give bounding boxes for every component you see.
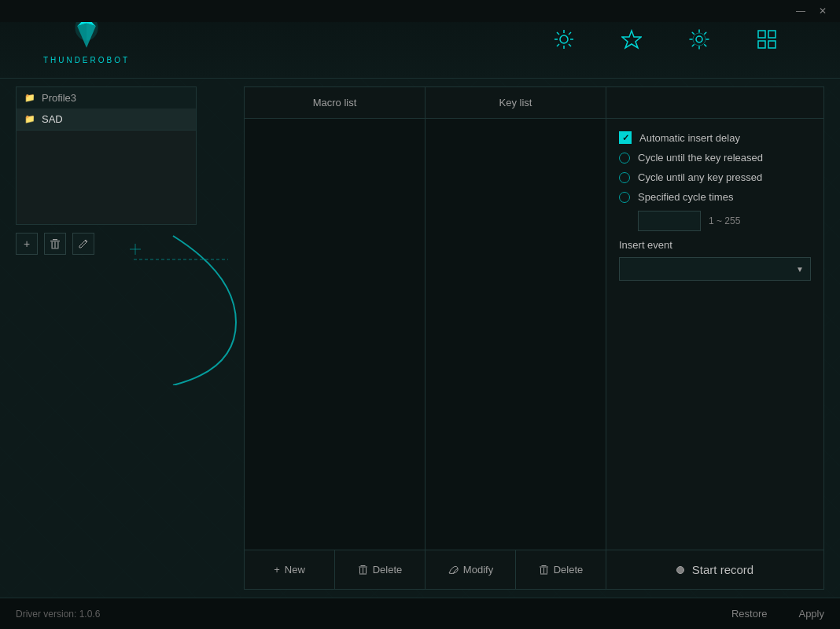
sidebar: 📁 Profile3 📁 SAD + bbox=[16, 86, 204, 590]
cycle-key-released-label: Cycle until the key released bbox=[638, 152, 763, 164]
trash-key-icon bbox=[539, 565, 549, 575]
sad-label: SAD bbox=[42, 113, 63, 125]
specified-cycle-label: Specified cycle times bbox=[638, 191, 733, 203]
profile-item-sad[interactable]: 📁 SAD bbox=[17, 109, 196, 130]
svg-rect-34 bbox=[540, 568, 541, 574]
profile-item-profile3[interactable]: 📁 Profile3 bbox=[17, 87, 196, 109]
svg-rect-29 bbox=[363, 568, 363, 574]
new-label: New bbox=[285, 564, 305, 576]
start-record-button[interactable]: Start record bbox=[606, 550, 823, 589]
svg-rect-33 bbox=[541, 565, 546, 566]
lighting-nav-icon[interactable] bbox=[554, 29, 574, 50]
svg-rect-30 bbox=[366, 568, 367, 574]
modify-button[interactable]: Modify bbox=[426, 550, 516, 589]
svg-point-1 bbox=[560, 35, 568, 43]
svg-rect-15 bbox=[758, 41, 765, 48]
svg-rect-18 bbox=[53, 239, 57, 240]
svg-rect-20 bbox=[54, 242, 55, 248]
svg-rect-19 bbox=[52, 242, 53, 248]
settings-nav-icon[interactable] bbox=[689, 29, 709, 50]
cycle-key-released-radio[interactable] bbox=[619, 153, 630, 164]
svg-rect-36 bbox=[547, 568, 547, 574]
record-dot-icon bbox=[676, 566, 684, 574]
insert-event-dropdown[interactable]: ▼ bbox=[619, 257, 811, 281]
auto-delay-label: Automatic insert delay bbox=[639, 132, 740, 144]
new-icon: + bbox=[274, 564, 280, 576]
macro-list-column bbox=[245, 119, 426, 550]
svg-rect-26 bbox=[359, 567, 367, 568]
delete-profile-button[interactable] bbox=[44, 233, 66, 255]
specified-cycle-input[interactable] bbox=[638, 211, 701, 231]
grid-nav-icon[interactable] bbox=[757, 29, 777, 50]
auto-delay-row: Automatic insert delay bbox=[619, 131, 811, 144]
svg-rect-31 bbox=[359, 574, 367, 575]
svg-rect-16 bbox=[768, 41, 776, 48]
nav-icons bbox=[554, 29, 777, 50]
specified-input-row: 1 ~ 255 bbox=[638, 211, 811, 231]
deco-dashed-line bbox=[134, 256, 228, 263]
folder-icon-sad: 📁 bbox=[24, 114, 35, 124]
modify-icon bbox=[448, 565, 459, 576]
folder-icon: 📁 bbox=[24, 93, 35, 103]
svg-point-11 bbox=[696, 36, 702, 42]
profile-sub-area bbox=[16, 131, 197, 225]
trash-macro-icon bbox=[358, 565, 368, 575]
new-macro-button[interactable]: + New bbox=[245, 550, 335, 589]
edit-profile-button[interactable] bbox=[72, 233, 94, 255]
svg-rect-13 bbox=[758, 31, 765, 38]
specified-cycle-row: Specified cycle times bbox=[619, 191, 811, 203]
svg-rect-14 bbox=[768, 31, 776, 38]
svg-rect-28 bbox=[359, 568, 360, 574]
auto-delay-checkbox[interactable] bbox=[619, 131, 632, 144]
start-record-label: Start record bbox=[692, 563, 753, 576]
close-button[interactable]: ✕ bbox=[812, 0, 834, 22]
svg-point-12 bbox=[693, 33, 706, 46]
cycle-key-released-row: Cycle until the key released bbox=[619, 152, 811, 164]
minimize-button[interactable]: — bbox=[790, 0, 812, 22]
svg-marker-10 bbox=[622, 31, 641, 48]
sidebar-toolbar: + bbox=[16, 233, 204, 255]
logo-text: THUNDEROBOT bbox=[43, 56, 130, 64]
apply-button[interactable]: Apply bbox=[798, 608, 824, 620]
profile-list: 📁 Profile3 📁 SAD bbox=[16, 86, 197, 131]
svg-rect-27 bbox=[360, 565, 365, 566]
dropdown-arrow-icon: ▼ bbox=[796, 265, 804, 274]
specified-cycle-radio[interactable] bbox=[619, 192, 630, 203]
svg-line-7 bbox=[569, 44, 571, 46]
svg-rect-17 bbox=[50, 241, 60, 241]
restore-button[interactable]: Restore bbox=[731, 608, 768, 620]
target-nav-icon[interactable] bbox=[621, 29, 642, 50]
cycle-any-key-radio[interactable] bbox=[619, 172, 630, 183]
svg-rect-32 bbox=[540, 567, 548, 568]
specified-range-label: 1 ~ 255 bbox=[709, 215, 740, 226]
svg-rect-35 bbox=[543, 568, 544, 574]
svg-line-8 bbox=[569, 32, 571, 35]
main-panel: Macro list Key list Automatic insert del… bbox=[244, 86, 824, 590]
svg-rect-22 bbox=[52, 248, 59, 249]
status-bar: Driver version: 1.0.6 Restore Apply bbox=[0, 598, 840, 629]
bottom-toolbar: + New Delete Modify bbox=[245, 550, 823, 589]
add-profile-button[interactable]: + bbox=[16, 233, 38, 255]
version-label: Driver version: 1.0.6 bbox=[16, 609, 731, 620]
trash-icon bbox=[50, 238, 61, 249]
modify-label: Modify bbox=[463, 564, 493, 576]
cycle-any-key-row: Cycle until any key pressed bbox=[619, 171, 811, 183]
key-list-header: Key list bbox=[426, 87, 606, 118]
svg-rect-37 bbox=[540, 574, 547, 575]
macro-list-header: Macro list bbox=[245, 87, 426, 118]
delete-macro-button[interactable]: Delete bbox=[335, 550, 426, 589]
svg-line-9 bbox=[557, 44, 559, 46]
settings-header bbox=[606, 87, 823, 118]
insert-event-label: Insert event bbox=[619, 239, 811, 251]
profile3-label: Profile3 bbox=[42, 92, 76, 104]
table-header: Macro list Key list bbox=[245, 87, 823, 119]
key-list-column bbox=[426, 119, 606, 550]
svg-line-6 bbox=[557, 32, 559, 35]
titlebar: — ✕ bbox=[0, 0, 840, 22]
delete-macro-label: Delete bbox=[373, 564, 403, 576]
cycle-any-key-label: Cycle until any key pressed bbox=[638, 171, 762, 183]
edit-icon bbox=[78, 238, 89, 249]
svg-rect-21 bbox=[57, 242, 58, 248]
delete-key-button[interactable]: Delete bbox=[516, 550, 606, 589]
table-body: Automatic insert delay Cycle until the k… bbox=[245, 119, 823, 550]
